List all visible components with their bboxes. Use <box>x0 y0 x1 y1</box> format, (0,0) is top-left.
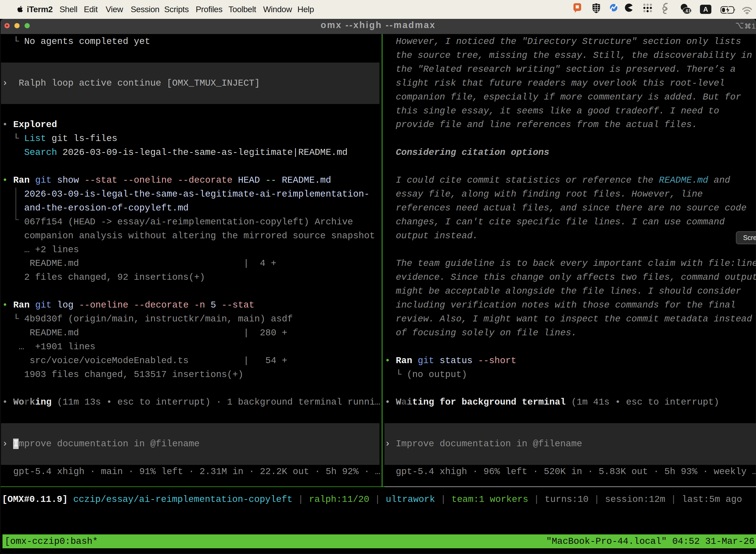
svg-text:..61: ..61 <box>683 8 691 13</box>
svg-text:1: 1 <box>752 22 756 30</box>
svg-text:A: A <box>703 6 708 13</box>
